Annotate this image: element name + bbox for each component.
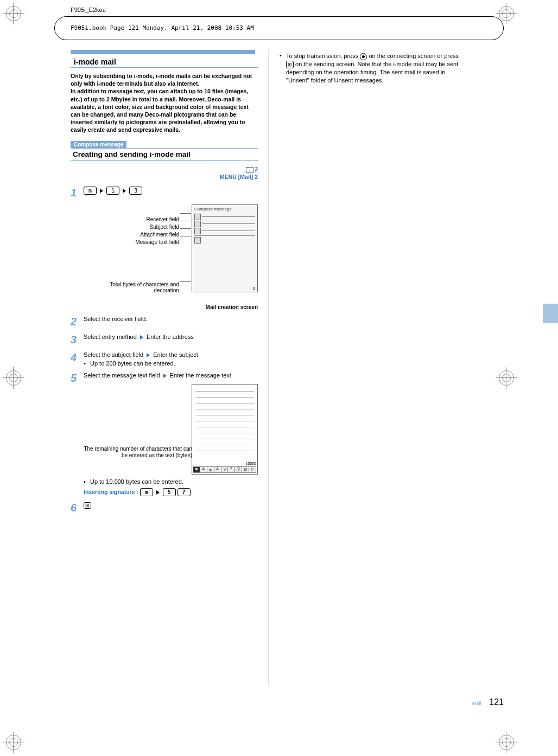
step-num-1: 1 [71,187,84,199]
label-total-bytes: Total bytes of characters and decoration [103,281,179,293]
step-2-text: Select the receiver field. [84,316,258,328]
footer-section: Mail [472,701,481,706]
triangle-icon [100,189,103,193]
label-subject: Subject field [150,224,179,230]
label-receiver: Receiver field [146,216,179,222]
section-bar [71,50,255,54]
key-1: 1 [106,187,119,195]
step-3a: Select entry method [84,334,137,340]
menu-path-2: MENU [Mail] 2 [220,174,258,180]
key-5: 5 [163,488,176,496]
step-5-note: Up to 10,000 bytes can be entered. [90,478,183,485]
step-3: 3 Select entry method Enter the address [71,334,258,346]
step-5a: Select the message text field [84,372,160,379]
attach-field-icon [194,228,201,234]
triangle-icon [156,490,160,495]
bullet-dot: • [84,360,90,367]
bullet-dot: • [280,52,286,85]
bullet-dot: • [84,478,90,485]
step-num-5: 5 [71,372,84,496]
msg-field-icon [194,237,201,244]
ins-sig-label: Inserting signature : [84,489,138,495]
intro-text: Only by subscribing to i-mode, i-mode ma… [71,72,258,133]
compose-label: Compose message [71,141,126,148]
menu-key: m [140,488,153,496]
triangle-icon [140,335,143,339]
crop-mark-br [496,732,517,753]
key-7: 7 [177,488,191,496]
char-count: 10000 [246,462,256,465]
text-entry-figure: The remaining number of characters that … [84,384,258,476]
section-underline [71,67,258,68]
step-num-4: 4 [71,351,84,367]
triangle-icon [123,189,126,193]
phone-screen-text: 10000 ■ Aぁ Aァ ｱ区 絵▷ [192,384,258,475]
mail-icon [246,167,253,173]
book-info: F905i.book Page 121 Monday, April 21, 20… [71,24,254,31]
step-1: 1 m 1 3 [71,187,258,199]
menu-key-icon: ⊞ [286,61,294,68]
compose-title: Creating and sending i-mode mail [71,149,258,161]
subject-field-icon [194,221,201,227]
step-5: 5 Select the message text field Enter th… [71,372,258,496]
step-6: 6 ⊞ [71,502,258,514]
step-4: 4 Select the subject field Enter the sub… [71,351,258,367]
footer-page: 121 [489,697,504,707]
step-4-note: Up to 200 bytes can be entered. [90,360,175,367]
label-message: Message text field [135,239,179,245]
crop-mark-tl [3,3,24,24]
step-num-6: 6 [71,502,84,514]
send-key-icon: ⊞ [84,502,91,509]
label-attachment: Attachment field [140,232,179,238]
receiver-field-icon [194,214,201,220]
step-num-2: 2 [71,316,84,328]
ps-title: Compose message [192,205,257,213]
side-tab [543,304,558,323]
menu-key: m [84,187,97,195]
step-2: 2 Select the receiver field. [71,316,258,328]
menu-path-1: 2 [255,166,258,172]
triangle-icon [163,374,167,378]
remaining-chars-label: The remaining number of characters that … [84,446,192,459]
right-bullet: • To stop transmission, press on the con… [280,52,467,85]
column-divider [269,49,269,685]
page-footer: Mail 121 [472,697,504,707]
mail-creation-figure: Receiver field Subject field Attachment … [71,204,258,302]
crop-mark-ml [3,367,24,389]
phone-screen-compose: Compose message 0 [192,204,258,292]
step-5b: Enter the message text [170,372,231,379]
section-title: i-mode mail [71,54,258,67]
menu-path: 2 MENU [Mail] 2 [71,166,258,181]
step-num-3: 3 [71,334,84,346]
doc-header: F905i_E2kou [71,7,106,13]
step-3b: Enter the address [147,334,194,340]
byte-indicator: 0 [253,286,255,291]
key-3: 3 [129,187,142,195]
triangle-icon [147,353,150,357]
crop-mark-bl [3,732,24,753]
screen1-caption: Mail creation screen [71,304,258,310]
step-4b: Enter the subject [153,351,198,358]
inserting-signature: Inserting signature : m 5 7 [84,488,258,496]
step-4a: Select the subject field [84,351,143,358]
center-key-icon [360,53,367,60]
input-mode-bar: ■ Aぁ Aァ ｱ区 絵▷ [193,466,256,473]
